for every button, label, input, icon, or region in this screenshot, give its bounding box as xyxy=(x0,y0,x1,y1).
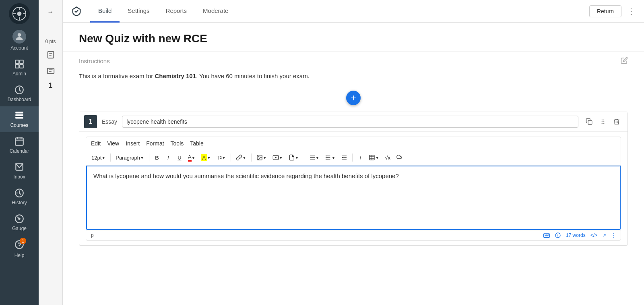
question-type: Essay xyxy=(102,118,117,125)
sidebar-label-admin: Admin xyxy=(12,71,26,77)
sidebar-item-account[interactable]: Account xyxy=(0,26,39,55)
expand-button[interactable]: ↗ xyxy=(602,232,606,238)
nav-tabs: Build Settings Reports Moderate xyxy=(90,0,589,23)
sidebar-item-calendar[interactable]: Calendar xyxy=(0,132,39,158)
svg-point-21 xyxy=(19,218,20,219)
nav-actions: Return ⋮ xyxy=(589,5,638,18)
sidebar-item-inbox[interactable]: Inbox xyxy=(0,158,39,184)
tab-settings[interactable]: Settings xyxy=(120,0,157,23)
formula-button[interactable]: √x xyxy=(383,154,392,162)
collapse-btn[interactable]: → xyxy=(43,5,58,19)
bold-button[interactable]: B xyxy=(152,154,162,162)
sidebar-label-help: Help xyxy=(14,253,25,258)
svg-rect-10 xyxy=(20,64,23,68)
sub-sidebar: → 0 pts 1 xyxy=(39,0,63,305)
document-button[interactable]: ▼ xyxy=(287,153,301,162)
keyboard-icon[interactable] xyxy=(543,232,550,239)
toolbar-separator-1 xyxy=(110,154,111,162)
paragraph-selector[interactable]: Paragraph ▼ xyxy=(114,154,146,162)
instructions-section: Instructions xyxy=(79,52,628,68)
quiz-title: New Quiz with new RCE xyxy=(79,32,628,45)
rce-editor-container: Edit View Insert Format Tools Table 12pt… xyxy=(86,137,621,241)
svg-rect-12 xyxy=(15,112,23,113)
text-block-btn[interactable] xyxy=(43,64,58,78)
underline-button[interactable]: U xyxy=(175,154,184,162)
svg-point-34 xyxy=(603,121,604,122)
sidebar-item-admin[interactable]: Admin xyxy=(0,55,39,81)
question-block: 1 Essay Edit xyxy=(79,112,628,246)
italic-button[interactable]: I xyxy=(163,154,173,162)
delete-question-button[interactable] xyxy=(611,116,623,128)
info-icon[interactable] xyxy=(555,232,561,239)
sidebar-label-gauge: Gauge xyxy=(12,226,27,231)
tab-reports[interactable]: Reports xyxy=(158,0,195,23)
menu-edit[interactable]: Edit xyxy=(91,140,101,147)
tab-moderate[interactable]: Moderate xyxy=(195,0,236,23)
rce-status-bar: p 17 words </> ↗ ⋮ xyxy=(86,230,621,240)
link-button[interactable]: ▼ xyxy=(234,153,248,162)
toolbar-separator-2 xyxy=(149,154,149,162)
highlight-color-button[interactable]: A▼ xyxy=(199,153,213,162)
sidebar-item-gauge[interactable]: Gauge xyxy=(0,210,39,235)
sidebar-label-account: Account xyxy=(10,45,28,51)
menu-table[interactable]: Table xyxy=(190,140,203,147)
superscript-button[interactable]: T2▼ xyxy=(215,154,228,162)
word-count-label: 17 words xyxy=(566,232,586,238)
menu-format[interactable]: Format xyxy=(146,140,164,147)
cloud-button[interactable] xyxy=(394,153,405,162)
rce-menubar: Edit View Insert Format Tools Table xyxy=(86,137,621,150)
svg-point-31 xyxy=(602,119,603,120)
question-icon-btn[interactable] xyxy=(43,48,58,62)
svg-rect-15 xyxy=(15,138,23,145)
return-button[interactable]: Return xyxy=(589,5,621,17)
menu-view[interactable]: View xyxy=(107,140,119,147)
menu-insert[interactable]: Insert xyxy=(126,140,140,147)
rce-status-right: 17 words </> ↗ ⋮ xyxy=(543,232,616,239)
svg-point-47 xyxy=(326,156,326,156)
sidebar-label-history: History xyxy=(12,200,27,205)
align-button[interactable]: ▼ xyxy=(307,153,322,162)
rce-element-path: p xyxy=(91,232,94,238)
italic-btn-2[interactable]: I xyxy=(355,154,365,162)
question-number: 1 xyxy=(84,115,97,128)
question-header: 1 Essay xyxy=(79,112,627,132)
svg-point-1 xyxy=(17,12,22,16)
add-question-button[interactable]: + xyxy=(346,91,361,105)
app-logo[interactable] xyxy=(9,3,30,24)
sidebar-item-help[interactable]: 1 Help xyxy=(0,235,39,262)
svg-point-65 xyxy=(558,234,558,234)
toolbar-separator-3 xyxy=(231,154,231,162)
code-view-button[interactable]: </> xyxy=(590,232,597,238)
list-button[interactable]: ▼ xyxy=(323,153,337,162)
rce-more-options[interactable]: ⋮ xyxy=(611,232,616,238)
content-area: New Quiz with new RCE Instructions This … xyxy=(63,23,644,305)
svg-point-36 xyxy=(603,123,604,124)
font-size-selector[interactable]: 12pt ▼ xyxy=(89,154,107,162)
media-button[interactable]: ▼ xyxy=(270,153,285,162)
menu-tools[interactable]: Tools xyxy=(171,140,184,147)
edit-instructions-button[interactable] xyxy=(621,57,628,65)
sidebar-item-dashboard[interactable]: Dashboard xyxy=(0,81,39,106)
rce-content-area[interactable]: What is lycopene and how would you summa… xyxy=(86,166,621,230)
sidebar-item-history[interactable]: History xyxy=(0,184,39,210)
tab-build[interactable]: Build xyxy=(90,0,120,23)
image-button[interactable]: ▼ xyxy=(254,153,269,162)
svg-point-32 xyxy=(603,119,604,120)
sidebar-label-inbox: Inbox xyxy=(13,174,25,180)
question-title-input[interactable] xyxy=(122,116,578,128)
question-number-label: 1 xyxy=(43,80,58,91)
svg-point-33 xyxy=(602,121,603,122)
text-color-button[interactable]: A▼ xyxy=(186,153,198,163)
svg-rect-9 xyxy=(15,64,19,68)
more-options-button[interactable]: ⋮ xyxy=(625,5,638,18)
indent-button[interactable] xyxy=(339,153,349,162)
table-insert-button[interactable]: ▼ xyxy=(367,153,381,162)
svg-point-23 xyxy=(19,247,19,247)
duplicate-question-button[interactable] xyxy=(583,116,595,128)
svg-rect-14 xyxy=(15,117,23,118)
question-drag-handle[interactable] xyxy=(597,116,609,128)
sidebar-label-dashboard: Dashboard xyxy=(8,97,31,102)
svg-point-49 xyxy=(326,159,326,159)
rce-toolbar: 12pt ▼ Paragraph ▼ B I U A▼ A▼ xyxy=(86,150,621,166)
sidebar-item-courses[interactable]: Courses xyxy=(0,106,39,132)
